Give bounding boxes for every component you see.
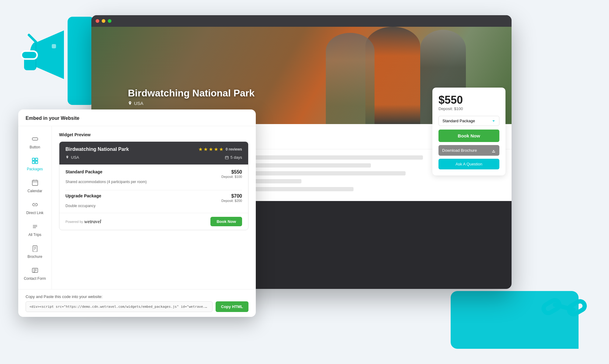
sidebar-item-brochure[interactable]: Brochure [18,241,51,262]
wetravel-logo: wetravel [84,219,101,224]
widget-package-2-price: $700 [221,193,242,199]
trip-title: Birdwatching National Park [128,88,255,99]
widget-package-2-price-block: $700 Deposit: $200 [221,193,242,203]
widget-package-2-deposit: Deposit: $200 [221,199,242,203]
widget-package-1-header: Standard Package $550 Deposit: $100 [65,169,242,179]
selected-package-label: Standard Package [442,119,475,123]
widget-preview-label: Widget Preview [59,132,248,137]
widget-package-2-name: Upgrade Package [65,193,101,198]
embed-modal-title: Embed in your Website [18,109,256,126]
widget-package-1-deposit: Deposit: $100 [221,175,242,179]
ask-question-button[interactable]: Ask A Question [438,159,499,169]
svg-rect-6 [21,51,37,59]
embed-sidebar: Button Packages Calendar Direct Link [18,126,52,289]
trip-location: USA [128,101,255,106]
widget-package-1-price-block: $550 Deposit: $100 [221,169,242,179]
browser-maximize-dot[interactable] [108,19,111,23]
calendar-widget-icon [31,179,39,187]
sidebar-direct-link-label: Direct Link [26,211,44,215]
trip-title-area: Birdwatching National Park USA [128,88,255,106]
widget-package-2-desc: Double occupancy [65,204,242,208]
star-5: ★ [219,147,223,152]
svg-rect-21 [35,158,38,161]
sidebar-item-packages[interactable]: Packages [18,153,51,175]
widget-trip-name-row: Birdwatching National Park ★ ★ ★ ★ ★ 0 r… [65,147,242,152]
download-brochure-button[interactable]: Download Brochure [438,145,499,156]
code-section: Copy and Paste this code into your websi… [18,289,256,317]
sidebar-item-button[interactable]: Button [18,131,51,153]
sidebar-calendar-label: Calendar [27,189,42,193]
powered-by-text: Powered by wetravel [65,219,101,224]
sidebar-item-calendar[interactable]: Calendar [18,175,51,197]
widget-package-1: Standard Package $550 Deposit: $100 Shar… [65,169,242,184]
sidebar-item-all-trips[interactable]: All Trips [18,219,51,241]
widget-location: USA [65,155,79,160]
packages-widget-icon [31,157,39,165]
sidebar-contact-form-label: Contact Form [24,276,46,281]
booking-panel: $550 Deposit: $100 Standard Package Book… [432,88,505,175]
widget-footer: Powered by wetravel Book Now [59,213,248,230]
svg-rect-22 [32,161,35,164]
star-4: ★ [214,147,218,152]
widget-preview-box: Birdwatching National Park ★ ★ ★ ★ ★ 0 r… [59,141,248,230]
svg-rect-20 [32,158,35,161]
svg-rect-38 [225,156,228,159]
sidebar-packages-label: Packages [27,167,43,171]
link-chain-icon [536,279,592,337]
widget-reviews-count: 0 reviews [226,147,242,151]
widget-package-1-price: $550 [221,169,242,175]
widget-header: Birdwatching National Park ★ ★ ★ ★ ★ 0 r… [59,142,248,165]
package-select-dropdown[interactable]: Standard Package [438,116,499,126]
all-trips-widget-icon [31,222,39,231]
embed-content: Widget Preview Birdwatching National Par… [52,126,256,289]
copy-html-button[interactable]: Copy HTML [216,301,248,312]
widget-stars-row: ★ ★ ★ ★ ★ 0 reviews [199,147,242,152]
megaphone-icon [12,18,73,83]
star-3: ★ [209,147,213,152]
booking-price: $550 [438,94,499,106]
book-now-button[interactable]: Book Now [438,130,499,142]
download-brochure-label: Download Brochure [442,148,477,153]
widget-trip-meta-row: USA 5 days [65,155,242,160]
widget-body: Standard Package $550 Deposit: $100 Shar… [59,165,248,213]
direct-link-widget-icon [31,200,39,209]
widget-book-now-button[interactable]: Book Now [210,217,242,226]
brochure-widget-icon [31,244,39,253]
svg-line-4 [29,35,36,42]
button-widget-icon [31,135,39,143]
sidebar-item-direct-link[interactable]: Direct Link [18,197,51,219]
contact-form-widget-icon [31,266,39,275]
embed-code-input[interactable] [26,301,213,312]
browser-close-dot[interactable] [96,19,99,23]
sidebar-brochure-label: Brochure [27,255,42,259]
widget-trip-name-text: Birdwatching National Park [65,147,129,152]
code-section-label: Copy and Paste this code into your websi… [26,294,248,299]
svg-rect-23 [35,161,38,164]
star-2: ★ [204,147,208,152]
trip-location-text: USA [134,101,143,106]
embed-modal-body: Button Packages Calendar Direct Link [18,126,256,289]
widget-duration: 5 days [225,155,242,160]
widget-package-2: Upgrade Package $700 Deposit: $200 Doubl… [65,193,242,208]
embed-modal: Embed in your Website Button Packages [18,109,256,317]
svg-rect-3 [52,44,56,48]
browser-chrome [91,15,512,27]
code-row: Copy HTML [26,301,248,312]
widget-package-divider [65,190,242,190]
sidebar-all-trips-label: All Trips [28,233,41,237]
sidebar-item-contact-form[interactable]: Contact Form [18,262,51,284]
booking-deposit: Deposit: $100 [438,106,499,111]
sidebar-button-label: Button [30,145,40,149]
browser-minimize-dot[interactable] [102,19,105,23]
widget-package-2-header: Upgrade Package $700 Deposit: $200 [65,193,242,203]
svg-rect-24 [32,180,38,185]
widget-package-1-desc: Shared accommodations (4 participants pe… [65,180,242,184]
star-1: ★ [199,147,202,152]
svg-rect-19 [32,138,38,140]
widget-package-1-name: Standard Package [65,169,102,174]
